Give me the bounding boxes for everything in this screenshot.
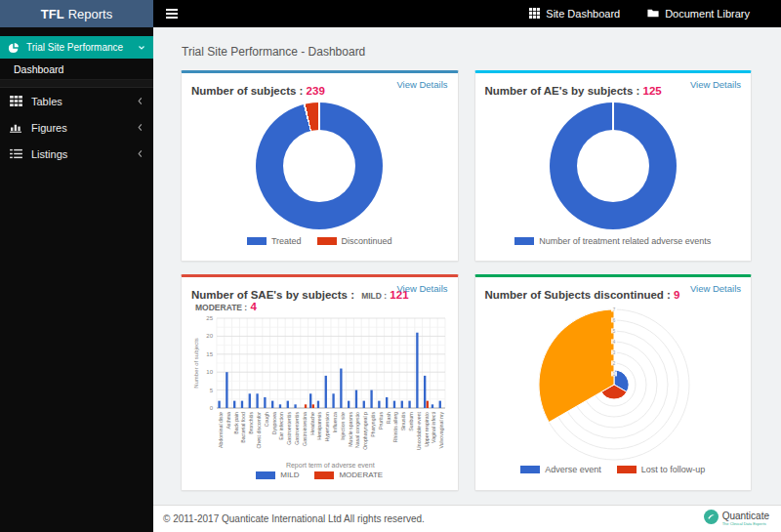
panel-title-text: Number of Subjects discontinued :: [485, 289, 671, 301]
sidebar-spacer: [0, 27, 153, 36]
svg-text:Bronchitis: Bronchitis: [248, 412, 254, 434]
ae-donut-chart: [550, 102, 677, 229]
legend-label: Treated: [271, 236, 302, 246]
grid-icon: [529, 8, 540, 20]
main-area: Site Dashboard Document Library Trial Si…: [153, 0, 781, 532]
svg-text:Pruritus: Pruritus: [378, 412, 384, 430]
sidebar-item-trial-site-performance[interactable]: Trial Site Performance: [0, 36, 153, 59]
svg-text:Asthma: Asthma: [226, 412, 231, 430]
brand-bold: TFL: [41, 7, 64, 21]
svg-text:Influenza: Influenza: [332, 412, 338, 432]
legend-item: Adverse event: [520, 465, 601, 474]
folder-icon: [647, 8, 659, 20]
legend-label: Lost to follow-up: [641, 465, 706, 474]
svg-text:Vulvovaginal my: Vulvovaginal my: [438, 412, 444, 449]
panel-value: 239: [307, 85, 325, 97]
svg-text:Nasal congestio: Nasal congestio: [354, 412, 360, 448]
svg-text:Dyspnoea: Dyspnoea: [271, 412, 277, 434]
breadcrumb: Trial Site Performance - Dashboard: [182, 45, 752, 59]
svg-text:Gastroenteritis: Gastroenteritis: [286, 412, 292, 445]
topnav-site-dashboard[interactable]: Site Dashboard: [529, 8, 620, 20]
severity-value-moderate: 4: [250, 301, 256, 312]
svg-text:Hypertension: Hypertension: [324, 412, 330, 442]
view-details-link[interactable]: View Details: [690, 79, 741, 90]
sidebar-item-listings[interactable]: Listings: [0, 141, 153, 167]
sidebar-item-figures[interactable]: Figures: [0, 114, 153, 141]
chevron-left-icon: [137, 149, 144, 158]
legend-swatch: [247, 237, 267, 245]
svg-text:Headache: Headache: [309, 412, 315, 435]
sidebar-item-label: Trial Site Performance: [26, 42, 131, 53]
view-details-link[interactable]: View Details: [396, 283, 447, 294]
legend-item: Withdrawal by subject: [557, 490, 668, 491]
sidebar-item-label: Listings: [31, 148, 128, 160]
severity-label-mild: MILD :: [361, 291, 387, 301]
legend-swatch: [256, 471, 275, 479]
menu-toggle-button[interactable]: [166, 9, 178, 19]
legend-item: Number of treatment related adverse even…: [514, 236, 711, 246]
svg-text:Gastroenteritis: Gastroenteritis: [294, 412, 300, 445]
sidebar-divider: [0, 80, 153, 88]
legend-swatch: [520, 466, 540, 473]
legend-swatch: [317, 237, 337, 245]
svg-text:Chest discomfor: Chest discomfor: [256, 412, 262, 449]
legend-label: Withdrawal by subject: [582, 490, 668, 491]
legend-label: MODERATE: [339, 471, 383, 479]
svg-text:10: 10: [206, 369, 213, 375]
topnav-document-library[interactable]: Document Library: [647, 8, 750, 20]
chevron-down-icon: [138, 44, 145, 52]
svg-text:Abdominal diste: Abdominal diste: [218, 412, 224, 448]
sidebar: TFL Reports Trial Site Performance Dashb…: [0, 0, 153, 532]
panel-title-text: Number of SAE's by subjects :: [191, 289, 354, 301]
sidebar-item-label: Figures: [31, 122, 128, 134]
sae-bar-chart: 0510152025Abdominal disteAsthmaBack pain…: [191, 312, 449, 461]
svg-text:Bacterial food: Bacterial food: [240, 412, 246, 443]
svg-text:25: 25: [206, 315, 213, 321]
footer: © 2011-2017 Quanticate International Ltd…: [153, 505, 781, 532]
svg-text:Gastrointestina: Gastrointestina: [302, 412, 308, 446]
ae-donut-wrap: [485, 102, 742, 229]
svg-text:Pharyngitis: Pharyngitis: [370, 412, 376, 437]
svg-text:Vaginal infecti: Vaginal infecti: [431, 412, 436, 443]
sidebar-item-dashboard[interactable]: Dashboard: [0, 59, 153, 80]
dashboard-grid: View Details Number of subjects : 239 Tr…: [181, 70, 752, 491]
panel-value: 125: [643, 85, 662, 97]
panel-saes-by-subjects: View Details Number of SAE's by subjects…: [181, 274, 459, 491]
svg-text:Upper respirato: Upper respirato: [424, 412, 430, 447]
table-grid-icon: [10, 96, 22, 106]
legend-label: Number of treatment related adverse even…: [539, 236, 711, 246]
legend-item: MODERATE: [314, 471, 383, 479]
discontinued-legend: Adverse eventLost to follow-upWithdrawal…: [485, 465, 742, 491]
severity-label-moderate: MODERATE :: [195, 303, 247, 312]
view-details-link[interactable]: View Details: [396, 79, 447, 90]
svg-text:Back pain: Back pain: [233, 412, 239, 434]
sae-legend: MILDMODERATE: [191, 471, 448, 479]
brand-rest: Reports: [68, 7, 113, 21]
svg-text:Hemiparesis: Hemiparesis: [316, 412, 322, 440]
sidebar-sub-label: Dashboard: [14, 63, 63, 75]
discontinued-polar-chart: 1234567: [485, 301, 743, 463]
subjects-donut-chart: [256, 102, 383, 229]
svg-text:Rash: Rash: [386, 412, 391, 424]
view-details-link[interactable]: View Details: [690, 283, 741, 294]
ae-legend: Number of treatment related adverse even…: [485, 236, 742, 246]
pie-chart-icon: [8, 42, 20, 54]
svg-text:0: 0: [210, 405, 214, 411]
logo-tagline: The Clinical Data Experts: [722, 521, 769, 526]
logo-name: Quanticate: [722, 512, 769, 521]
panel-title-text: Number of subjects :: [191, 85, 303, 97]
topnav-item-label: Document Library: [665, 8, 750, 20]
svg-text:Rhinitis allerg: Rhinitis allerg: [392, 412, 398, 442]
panel-value: 9: [674, 289, 679, 301]
legend-item: Lost to follow-up: [617, 465, 706, 474]
topnav-right: Site Dashboard Document Library: [529, 8, 750, 20]
svg-text:Uncodable event: Uncodable event: [416, 411, 422, 449]
sidebar-item-tables[interactable]: Tables: [0, 88, 153, 114]
copyright-text: © 2011-2017 Quanticate International Ltd…: [163, 513, 425, 524]
svg-text:Sunburn: Sunburn: [408, 412, 414, 431]
donut-hole: [577, 130, 649, 202]
svg-text:Number of subjects: Number of subjects: [193, 338, 199, 389]
svg-text:Ear infection: Ear infection: [278, 412, 284, 440]
svg-text:Oropharyngeal p: Oropharyngeal p: [362, 412, 368, 450]
app-root: TFL Reports Trial Site Performance Dashb…: [0, 0, 781, 532]
